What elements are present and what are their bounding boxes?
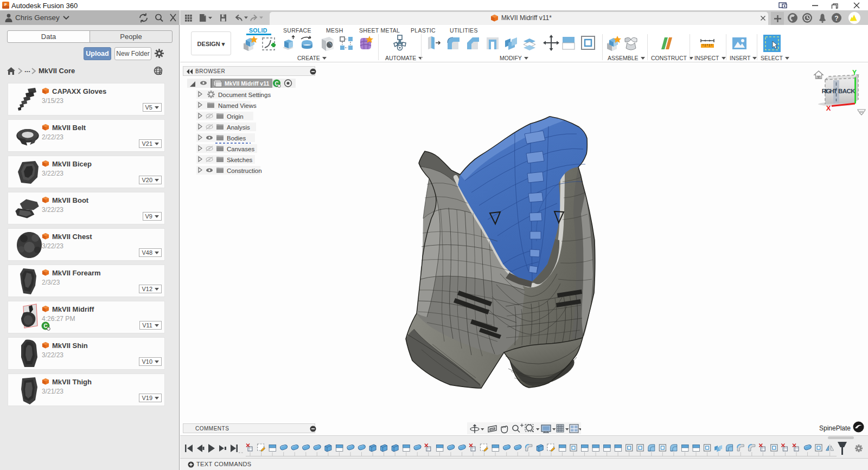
svg-text:Y: Y [852,69,857,76]
svg-text:Origin: Origin [227,113,244,120]
svg-text:BACK: BACK [838,88,856,94]
svg-text:Canvases: Canvases [227,146,254,152]
svg-text:Named Views: Named Views [218,102,257,109]
svg-text:RIGHT: RIGHT [822,88,838,94]
svg-text:Construction: Construction [227,168,262,174]
svg-text:?: ? [834,15,838,22]
svg-text:Analysis: Analysis [227,124,250,131]
svg-text:Sketches: Sketches [227,157,253,163]
svg-text:F: F [4,2,7,7]
svg-text:C: C [43,323,47,329]
svg-text:X: X [826,104,831,112]
svg-text:MkVII Midriff v11: MkVII Midriff v11 [225,80,269,87]
svg-text:Bodies: Bodies [227,135,246,141]
svg-text:Document Settings: Document Settings [218,92,271,98]
